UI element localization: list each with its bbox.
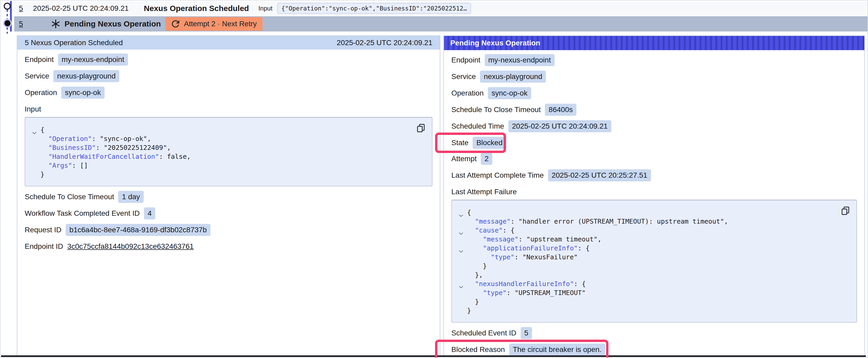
json-text: : xyxy=(518,235,526,243)
field-value-chip: 86400s xyxy=(545,104,577,116)
json-text: : xyxy=(578,245,586,252)
field-label: Attempt xyxy=(451,155,476,163)
code-line: "Args": [] xyxy=(32,161,411,170)
json-text: : xyxy=(502,227,510,234)
code-line: "Operation": "sync-op-ok", xyxy=(32,134,411,143)
json-text: : xyxy=(515,253,522,261)
collapse-chevron-icon[interactable] xyxy=(459,211,463,214)
field-row-blocked-reason: Blocked Reason The circuit breaker is op… xyxy=(451,344,857,356)
field-value-chip: sync-op-ok xyxy=(61,87,104,99)
field-label: Workflow Task Completed Event ID xyxy=(25,209,140,218)
json-key: "BusinessID" xyxy=(48,144,96,152)
left-fields-top: Endpointmy-nexus-endpointServicenexus-pl… xyxy=(25,54,432,99)
json-text: }, xyxy=(475,271,483,279)
code-line: } xyxy=(458,262,835,270)
field-row-endpoint: Endpointmy-nexus-endpoint xyxy=(451,54,857,66)
copy-icon[interactable] xyxy=(841,206,850,216)
field-value-chip: my-nexus-endpoint xyxy=(485,54,555,66)
code-line: } xyxy=(458,306,835,315)
code-line: "type": "NexusFailure" xyxy=(458,253,835,262)
json-key: "HandlerWaitForCancellation" xyxy=(48,153,159,160)
json-text: } xyxy=(467,307,471,315)
left-panel-title: 5 Nexus Operation Scheduled xyxy=(25,39,337,47)
field-row-scheduled-event-id: Scheduled Event ID 5 xyxy=(451,327,857,339)
field-label: Endpoint xyxy=(451,56,480,64)
json-text: : xyxy=(506,289,515,297)
event-id-link[interactable]: 5 xyxy=(19,20,23,28)
field-label: Request ID xyxy=(25,226,61,234)
field-row-scheduled-time: Scheduled Time2025-02-25 UTC 20:24:09.21 xyxy=(451,120,857,132)
json-text: } xyxy=(40,171,44,178)
collapse-chevron-icon[interactable] xyxy=(459,247,463,250)
collapse-chevron-icon[interactable] xyxy=(459,229,463,232)
endpoint-id-link[interactable]: 3c0c75ccfa8144b092c13ce632463761 xyxy=(67,242,194,251)
json-text: : xyxy=(510,218,518,225)
json-key: "nexusHandlerFailureInfo" xyxy=(475,280,574,288)
json-text: "handler error (UPSTREAM_TIMEOUT): upstr… xyxy=(519,218,728,225)
field-row-endpoint: Endpointmy-nexus-endpoint xyxy=(25,54,432,66)
code-line: "cause": { xyxy=(458,226,835,235)
code-line: "type": "UPSTREAM_TIMEOUT" xyxy=(458,288,835,297)
expanded-group-bottom-border xyxy=(1,355,866,357)
json-text: : xyxy=(72,162,80,169)
field-label: Operation xyxy=(451,89,484,97)
json-text: : xyxy=(96,144,104,152)
code-line: "message": "upstream timeout", xyxy=(458,235,835,244)
history-row-pending-nexus-operation[interactable]: 5 Pending Nexus Operation Attempt 2 · Ne… xyxy=(14,16,867,32)
json-text: [] xyxy=(80,162,88,169)
blocked-reason-chip: The circuit breaker is open. xyxy=(509,344,605,356)
history-row-nexus-operation-scheduled[interactable]: 5 2025-02-25 UTC 20:24:09.21 Nexus Opera… xyxy=(14,2,867,15)
event-timestamp: 2025-02-25 UTC 20:24:09.21 xyxy=(33,4,136,12)
workflow-history-screen: 5 2025-02-25 UTC 20:24:09.21 Nexus Opera… xyxy=(0,0,868,358)
last-attempt-failure-label: Last Attempt Failure xyxy=(451,188,857,196)
json-key: "type" xyxy=(491,253,515,261)
json-text: : xyxy=(159,153,167,160)
code-line: "message": "handler error (UPSTREAM_TIME… xyxy=(458,217,835,226)
field-label: State xyxy=(451,138,468,147)
field-value-chip: 1 day xyxy=(118,191,144,203)
json-text: : xyxy=(92,135,100,142)
json-text: { xyxy=(40,126,44,134)
input-preview-chip[interactable]: {"Operation":"sync-op-ok","BusinessID":"… xyxy=(277,3,471,14)
code-line: }, xyxy=(458,270,835,280)
json-key: "Args" xyxy=(48,162,72,169)
field-row-service: Servicenexus-playground xyxy=(451,71,857,83)
event-detail-panel-scheduled: 5 Nexus Operation Scheduled 2025-02-25 U… xyxy=(17,35,440,356)
json-key: "cause" xyxy=(475,227,502,234)
code-line: "HandlerWaitForCancellation": false, xyxy=(32,152,411,161)
event-id-link[interactable]: 5 xyxy=(19,4,23,12)
field-label: Scheduled Time xyxy=(451,122,504,130)
field-row-attempt: Attempt2 xyxy=(451,153,857,165)
copy-icon[interactable] xyxy=(416,123,426,133)
json-text: "UPSTREAM_TIMEOUT" xyxy=(515,289,586,297)
right-panel-header: Pending Nexus Operation xyxy=(444,36,864,50)
field-label: Schedule To Close Timeout xyxy=(451,105,541,114)
input-section-label: Input xyxy=(25,105,432,113)
json-key: "message" xyxy=(475,218,510,225)
field-row-endpoint-id: Endpoint ID 3c0c75ccfa8144b092c13ce63246… xyxy=(25,242,432,251)
field-row-service: Servicenexus-playground xyxy=(25,70,432,82)
collapse-chevron-icon[interactable] xyxy=(459,282,463,285)
code-line: } xyxy=(458,297,835,306)
retry-icon xyxy=(171,20,180,28)
right-fields-top: Endpointmy-nexus-endpointServicenexus-pl… xyxy=(451,54,857,132)
field-value-chip: nexus-playground xyxy=(53,70,119,82)
field-label: Endpoint xyxy=(25,55,54,64)
collapse-chevron-icon[interactable] xyxy=(32,128,37,131)
scheduled-event-id-chip: 5 xyxy=(521,327,532,339)
field-row-state: State Blocked xyxy=(451,137,857,149)
field-value-chip: 4 xyxy=(144,207,156,220)
json-text: false, xyxy=(167,153,191,160)
state-value-chip: Blocked xyxy=(473,137,506,149)
attempt-retry-badge[interactable]: Attempt 2 · Next Retry xyxy=(165,17,262,31)
code-line: "applicationFailureInfo": { xyxy=(458,244,835,253)
json-key: "Operation" xyxy=(48,135,92,142)
field-label: Endpoint ID xyxy=(25,242,63,251)
left-panel-timestamp: 2025-02-25 UTC 20:24:09.21 xyxy=(337,39,432,47)
field-row-schedule-to-close-timeout: Schedule To Close Timeout1 day xyxy=(25,191,432,203)
json-key: "applicationFailureInfo" xyxy=(483,245,578,252)
json-text: "upstream timeout", xyxy=(526,235,601,243)
field-value-chip: 2 xyxy=(481,153,492,165)
field-value-chip: my-nexus-endpoint xyxy=(58,54,128,66)
json-text: "sync-op-ok", xyxy=(100,135,151,142)
